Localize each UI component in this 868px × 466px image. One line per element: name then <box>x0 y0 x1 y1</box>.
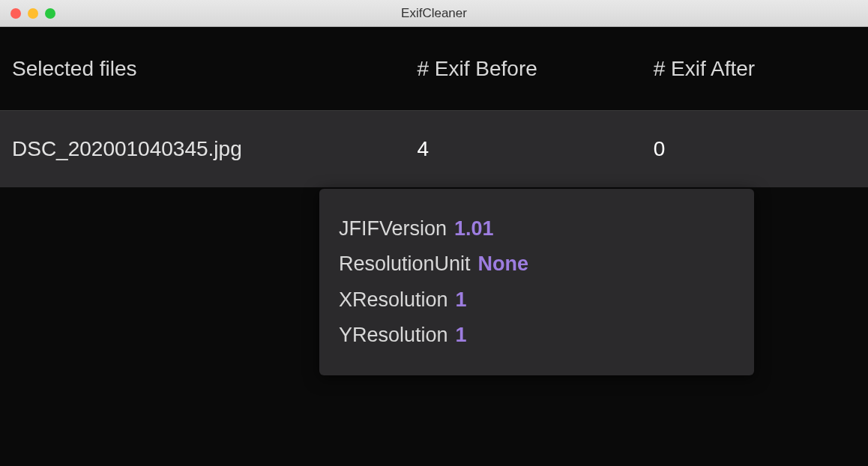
tooltip-key: XResolution <box>339 282 448 318</box>
window-title: ExifCleaner <box>401 6 467 21</box>
table-row[interactable]: DSC_202001040345.jpg 4 0 <box>0 111 868 187</box>
close-button[interactable] <box>10 8 21 19</box>
titlebar: ExifCleaner <box>0 0 868 27</box>
table-header: Selected files # Exif Before # Exif Afte… <box>0 27 868 111</box>
app-body: Selected files # Exif Before # Exif Afte… <box>0 27 868 466</box>
exif-before-value: 4 <box>417 137 653 161</box>
exif-after-value: 0 <box>654 137 856 161</box>
header-after: # Exif After <box>654 57 856 81</box>
tooltip-row: ResolutionUnit None <box>339 246 735 282</box>
tooltip-row: XResolution 1 <box>339 282 735 318</box>
minimize-button[interactable] <box>28 8 38 19</box>
tooltip-value: 1.01 <box>454 211 494 246</box>
tooltip-value: None <box>478 246 529 282</box>
exif-tooltip: JFIFVersion 1.01 ResolutionUnit None XRe… <box>319 189 754 375</box>
maximize-button[interactable] <box>45 8 55 19</box>
file-name: DSC_202001040345.jpg <box>12 137 417 161</box>
tooltip-key: ResolutionUnit <box>339 246 471 282</box>
header-file: Selected files <box>12 57 417 81</box>
traffic-lights <box>0 8 55 19</box>
tooltip-value: 1 <box>456 318 467 353</box>
tooltip-value: 1 <box>456 282 467 318</box>
tooltip-key: JFIFVersion <box>339 211 447 246</box>
tooltip-row: YResolution 1 <box>339 318 735 353</box>
tooltip-row: JFIFVersion 1.01 <box>339 211 735 246</box>
header-before: # Exif Before <box>417 57 653 81</box>
tooltip-key: YResolution <box>339 318 448 353</box>
